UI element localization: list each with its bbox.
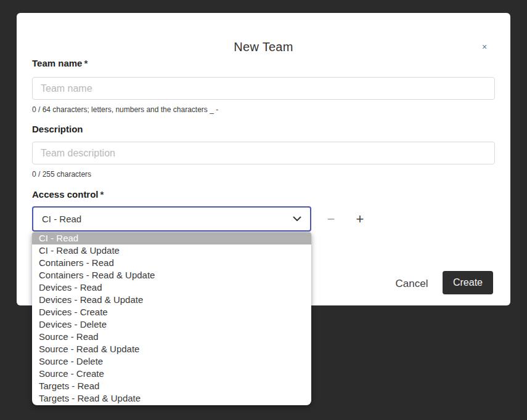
create-button[interactable]: Create — [443, 271, 493, 294]
access-control-select[interactable]: CI - Read — [32, 206, 311, 232]
description-label: Description — [32, 124, 83, 134]
access-control-dropdown-list: CI - Read CI - Read & Update Containers … — [32, 232, 311, 405]
required-asterisk: * — [82, 58, 88, 68]
dropdown-option[interactable]: Source - Read & Update — [32, 343, 311, 355]
dropdown-option[interactable]: Devices - Delete — [32, 318, 311, 331]
dialog-title: New Team — [17, 40, 510, 54]
chevron-down-icon — [293, 216, 301, 222]
team-name-label: Team name* — [32, 58, 88, 68]
team-name-input[interactable] — [32, 77, 495, 100]
plus-icon: + — [356, 211, 364, 227]
add-access-row-button[interactable]: + — [351, 211, 369, 228]
dropdown-option[interactable]: Targets - Read & Update — [32, 392, 311, 405]
dropdown-option[interactable]: Devices - Create — [32, 306, 311, 318]
dropdown-option[interactable]: Source - Delete — [32, 355, 311, 368]
dropdown-option[interactable]: CI - Read — [32, 232, 311, 244]
dropdown-option[interactable]: Source - Read — [32, 331, 311, 343]
dropdown-option[interactable]: Targets - Read — [32, 380, 311, 392]
minus-icon: − — [327, 211, 335, 227]
cancel-button[interactable]: Cancel — [388, 275, 436, 293]
close-icon[interactable]: × — [479, 41, 490, 52]
remove-access-row-button[interactable]: − — [322, 211, 340, 228]
dropdown-option[interactable]: Devices - Read — [32, 281, 311, 294]
access-control-label: Access control* — [32, 189, 104, 200]
description-input[interactable] — [32, 142, 495, 164]
dropdown-option[interactable]: Containers - Read — [32, 257, 311, 269]
dropdown-option[interactable]: Containers - Read & Update — [32, 269, 311, 281]
team-name-helper: 0 / 64 characters; letters, numbers and … — [32, 105, 218, 114]
select-value: CI - Read — [42, 214, 293, 224]
description-helper: 0 / 255 characters — [32, 170, 91, 179]
dropdown-option[interactable]: CI - Read & Update — [32, 244, 311, 257]
dropdown-option[interactable]: Source - Create — [32, 368, 311, 380]
page-backdrop: { "modal": { "title": "New Team", "close… — [0, 0, 527, 420]
dropdown-option[interactable]: Devices - Read & Update — [32, 294, 311, 306]
required-asterisk: * — [99, 189, 104, 200]
